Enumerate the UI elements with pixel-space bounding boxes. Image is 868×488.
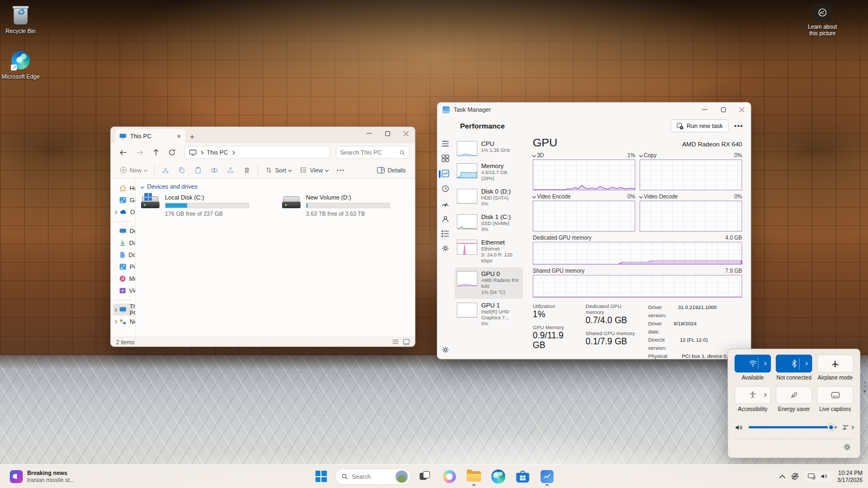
taskbar-clock[interactable]: 10:24 PM 3/17/2026 [837,470,863,484]
live-captions-button[interactable] [817,386,853,404]
new-button[interactable]: New [116,163,151,177]
accessibility-button[interactable] [735,386,771,404]
new-tab-button[interactable]: + [186,130,199,143]
taskbar-search-box[interactable] [335,468,411,485]
nav-users[interactable] [437,215,454,223]
task-view-button[interactable] [415,466,436,487]
bluetooth-expand-chevron-icon[interactable] [804,362,808,365]
address-bar[interactable]: This PC [184,146,330,159]
airplane-mode-button[interactable] [817,355,853,373]
volume-slider-thumb[interactable] [827,424,834,431]
paste-button[interactable] [190,163,206,177]
tray-network-volume-group[interactable] [805,471,832,482]
sidebar-item-onedrive[interactable]: OneDrive [113,206,133,218]
nav-app-history[interactable] [437,185,454,192]
nav-processes[interactable] [437,155,454,162]
view-button[interactable]: View [296,163,332,177]
collapse-icon[interactable] [532,153,536,157]
cut-button[interactable] [158,163,173,177]
audio-output-selector[interactable] [842,424,853,431]
nav-menu-button[interactable] [437,140,454,147]
sort-button[interactable]: Sort [261,163,295,177]
sidebar-item-pictures[interactable]: Pictures [113,261,133,273]
learn-about-picture[interactable]: Learn about this picture [802,3,843,37]
collapse-icon[interactable] [639,195,643,198]
file-explorer-button[interactable] [464,466,484,487]
section-collapse-icon[interactable] [141,184,144,188]
rename-button[interactable] [207,163,222,177]
copilot-button[interactable] [439,466,460,487]
section-devices-and-drives[interactable]: Devices and drives [141,183,410,190]
wifi-button[interactable] [735,355,771,373]
start-button[interactable] [311,466,331,487]
microsoft-store-button[interactable] [513,466,533,487]
back-button[interactable] [116,145,130,159]
explorer-tab-this-pc[interactable]: This PC ✕ [115,129,186,143]
sidebar-item-desktop[interactable]: Desktop [113,225,133,237]
nav-startup-apps[interactable] [437,200,454,208]
forward-button[interactable] [132,145,146,159]
widgets-button[interactable]: Breaking news Iranian missile st... [5,465,79,488]
perf-item-ethernet[interactable]: Ethernet Ethernet S: 24.0 R: 120 Kbps [455,236,523,267]
perf-item-disk1[interactable]: Disk 1 (C:) SSD (NVMe) 3% [455,210,523,236]
run-new-task-button[interactable]: Run new task [671,119,729,132]
more-options-icon[interactable]: ••• [734,122,743,130]
large-icons-view-icon[interactable] [403,339,410,345]
wifi-expand-chevron-icon[interactable] [763,362,767,365]
perf-item-cpu[interactable]: CPU 1% 1.35 GHz [455,137,523,159]
minimize-button[interactable] [360,127,378,140]
sidebar-item-downloads[interactable]: Downloads [113,237,133,249]
sidebar-item-network[interactable]: Network [113,316,133,328]
expand-chevron-icon[interactable] [113,210,117,214]
explorer-search-box[interactable] [336,146,410,159]
up-button[interactable] [149,145,163,159]
delete-button[interactable] [239,163,254,177]
accessibility-expand-chevron-icon[interactable] [763,393,767,397]
tab-close-icon[interactable]: ✕ [177,133,181,139]
nav-details[interactable] [437,230,454,237]
copy-button[interactable] [174,163,189,177]
energy-saver-button[interactable] [776,386,812,404]
minimize-button[interactable] [695,103,714,116]
nav-performance[interactable] [437,170,454,177]
more-options-button[interactable] [333,163,348,177]
perf-item-gpu1[interactable]: GPU 1 Intel(R) UHD Graphics 7... 0% [455,299,523,330]
volume-slider[interactable] [749,426,837,428]
desktop-icon-edge[interactable]: ↗ Microsoft Edge [0,50,41,80]
perf-item-gpu0[interactable]: GPU 0 AMD Radeon RX 640 1% (54 °C) [455,267,523,299]
sidebar-item-this-pc[interactable]: This PC [113,304,133,316]
collapse-icon[interactable] [639,153,643,157]
close-button[interactable] [397,127,415,140]
perf-item-disk0[interactable]: Disk 0 (D:) HDD (SATA) 0% [455,185,523,210]
taskbar-search-input[interactable] [352,473,392,480]
close-button[interactable] [732,103,751,116]
bluetooth-button[interactable] [776,355,812,373]
hidden-icons-chevron[interactable] [779,474,786,479]
nav-services[interactable] [437,245,454,252]
search-input[interactable] [340,149,399,156]
quick-settings-scrollbar[interactable]: ▼ [863,382,867,394]
sidebar-item-gallery[interactable]: Gallery [113,194,133,206]
details-pane-button[interactable]: Details [373,163,410,177]
maximize-button[interactable] [714,103,732,116]
perf-item-memory[interactable]: Memory 4.5/15.7 GB (29%) [455,159,523,185]
drive-new-volume-d[interactable]: New Volume (D:) 3.63 TB free of 3.63 TB [282,194,410,217]
settings-gear-icon[interactable] [437,346,454,354]
drive-local-disk-c[interactable]: Local Disk (C:) 176 GB free of 237 GB [141,194,269,217]
task-manager-button[interactable] [537,466,558,487]
expand-chevron-icon[interactable] [113,307,117,311]
collapse-icon[interactable] [532,195,536,198]
sidebar-item-documents[interactable]: Documents [113,249,133,261]
list-view-icon[interactable] [392,339,399,345]
maximize-button[interactable] [378,127,397,140]
sidebar-item-music[interactable]: Music [113,273,133,285]
expand-chevron-icon[interactable] [113,319,117,323]
desktop-icon-recycle-bin[interactable]: ♻ Recycle Bin [0,4,41,35]
sidebar-item-home[interactable]: Home [113,182,133,194]
share-button[interactable] [223,163,238,177]
sidebar-item-videos[interactable]: Videos [113,285,133,297]
quick-settings-gear-icon[interactable] [843,443,851,451]
refresh-button[interactable] [165,145,179,159]
no-internet-icon[interactable] [791,472,799,480]
edge-button[interactable] [488,466,509,487]
